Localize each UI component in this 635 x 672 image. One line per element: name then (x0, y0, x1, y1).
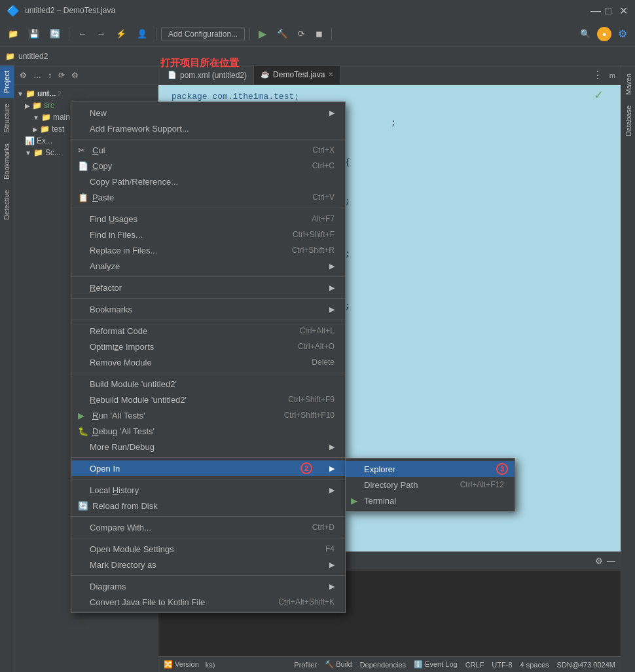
submenu-terminal[interactable]: ▶ Terminal (346, 493, 515, 508)
version-control-tab[interactable]: 🔀 Version (164, 660, 199, 669)
toolbar-save-icon[interactable]: 💾 (25, 27, 43, 41)
menu-compare-with[interactable]: Compare With... Ctrl+D (71, 519, 345, 535)
menu-debug-all-tests[interactable]: 🐛 Debug 'All Tests' (71, 423, 345, 439)
build-tab[interactable]: 🔨 Build (325, 660, 352, 669)
annotation-3: 3 (496, 463, 508, 475)
structure-tab[interactable]: Structure (0, 98, 14, 138)
indent-info[interactable]: 4 spaces (520, 661, 549, 669)
line-col-info: ks) (206, 661, 215, 669)
menu-rebuild-module[interactable]: Rebuild Module 'untitled2' Ctrl+Shift+F9 (71, 392, 345, 407)
bookmarks-arrow-icon: ▶ (329, 305, 335, 314)
profiler-tab[interactable]: Profiler (294, 661, 317, 669)
sep2 (71, 208, 345, 208)
build-button[interactable]: 🔨 (273, 27, 291, 41)
tab-demo-test[interactable]: ☕ DemoTest.java ✕ (254, 66, 340, 84)
reload-button[interactable]: ⟳ (294, 27, 309, 41)
sep10 (71, 538, 345, 538)
maximize-button[interactable]: □ (605, 6, 614, 15)
bottom-settings-icon[interactable]: ⚙ (595, 556, 603, 566)
project-tab[interactable]: Project (0, 65, 14, 98)
sep8 (71, 479, 345, 479)
panel-settings-icon[interactable]: ⚙ (69, 69, 81, 81)
menu-cut[interactable]: ✂ Cut Ctrl+X (71, 142, 345, 158)
bottom-close-icon[interactable]: — (607, 556, 615, 566)
search-everywhere-icon[interactable]: 🔍 (576, 27, 594, 41)
toolbar-folder-icon[interactable]: 📁 (4, 27, 22, 41)
status-bar-right: Profiler 🔨 Build Dependencies ℹ️ Event L… (294, 660, 615, 669)
menu-replace-in-files[interactable]: Replace in Files... Ctrl+Shift+R (71, 242, 345, 258)
menu-find-usages[interactable]: Find Usages Alt+F7 (71, 211, 345, 227)
menu-open-in[interactable]: Open In 2 ▶ Explorer 3 Directory Path Ct… (71, 460, 345, 476)
dependencies-tab[interactable]: Dependencies (360, 661, 406, 669)
menu-diagrams[interactable]: Diagrams ▶ (71, 578, 345, 594)
tab-pom-label: pom.xml (untitled2) (180, 71, 247, 80)
submenu-directory-path[interactable]: Directory Path Ctrl+Alt+F12 (346, 477, 515, 493)
menu-local-history[interactable]: Local History ▶ (71, 482, 345, 498)
help-icon[interactable]: ⚙ (614, 26, 631, 42)
tree-item-untitled2[interactable]: ▼ 📁 unt... 2 (14, 88, 158, 100)
menu-remove-module[interactable]: Remove Module Delete (71, 354, 345, 370)
stop-button[interactable]: ◼ (312, 27, 327, 41)
menu-convert-java[interactable]: Convert Java File to Kotlin File Ctrl+Al… (71, 594, 345, 610)
menu-find-in-files[interactable]: Find in Files... Ctrl+Shift+F (71, 227, 345, 242)
menu-new[interactable]: New ▶ (71, 105, 345, 121)
panel-expand-icon[interactable]: ↕ (45, 69, 54, 81)
bookmarks-tab[interactable]: Bookmarks (0, 138, 14, 185)
menu-reformat-code[interactable]: Reformat Code Ctrl+Alt+L (71, 323, 345, 339)
minimize-button[interactable]: — (590, 6, 600, 15)
submenu-explorer[interactable]: Explorer 3 (346, 461, 515, 477)
copy-icon: 📄 (78, 161, 88, 171)
sep4 (71, 298, 345, 299)
toolbar-profile-icon[interactable]: 👤 (133, 27, 151, 41)
toolbar-refresh-icon[interactable]: 🔄 (46, 27, 64, 41)
tooltip-annotation: 打开项目所在位置 (160, 57, 239, 69)
diagrams-arrow-icon: ▶ (329, 582, 335, 591)
toolbar-sep3 (249, 28, 250, 41)
refactor-arrow-icon: ▶ (329, 284, 335, 292)
tab-close-icon[interactable]: ✕ (328, 71, 333, 78)
line-ending[interactable]: CRLF (465, 661, 484, 669)
sep3 (71, 276, 345, 277)
encoding[interactable]: UTF-8 (492, 661, 512, 669)
menu-open-module-settings[interactable]: Open Module Settings F4 (71, 541, 345, 557)
menu-copy-path[interactable]: Copy Path/Reference... (71, 174, 345, 189)
run-button[interactable]: ▶ (255, 26, 270, 42)
tab-overflow-icon[interactable]: ⋮ (589, 69, 607, 81)
panel-collapse-icon[interactable]: … (31, 69, 44, 81)
menu-build-module[interactable]: Build Module 'untitled2' (71, 376, 345, 392)
menu-copy[interactable]: 📄 Copy Ctrl+C (71, 158, 345, 174)
panel-gear-icon[interactable]: ⚙ (17, 69, 29, 81)
database-sidebar-tab[interactable]: Database (623, 100, 634, 141)
menu-optimize-imports[interactable]: Optimize Imports Ctrl+Alt+O (71, 339, 345, 354)
event-log-tab[interactable]: ℹ️ Event Log (414, 660, 458, 669)
menu-bookmarks[interactable]: Bookmarks ▶ (71, 301, 345, 317)
sep6 (71, 373, 345, 373)
tab-demo-label: DemoTest.java (273, 70, 325, 79)
sep11 (71, 575, 345, 576)
menu-run-all-tests[interactable]: ▶ Run 'All Tests' Ctrl+Shift+F10 (71, 407, 345, 423)
menu-reload-from-disk[interactable]: 🔄 Reload from Disk (71, 498, 345, 513)
menu-mark-directory-as[interactable]: Mark Directory as ▶ (71, 557, 345, 572)
maven-tab-icon[interactable]: m (607, 71, 618, 79)
inspection-ok-icon: ✓ (594, 88, 604, 102)
profile-icon[interactable]: ● (597, 27, 611, 41)
annotation-2: 2 (300, 462, 312, 474)
menu-more-run-debug[interactable]: More Run/Debug ▶ (71, 439, 345, 455)
menu-refactor[interactable]: Refactor ▶ (71, 280, 345, 295)
context-menu: New ▶ Add Framework Support... ✂ Cut Ctr… (71, 102, 346, 613)
new-arrow-icon: ▶ (329, 109, 335, 117)
menu-analyze[interactable]: Analyze ▶ (71, 258, 345, 274)
toolbar-back-icon[interactable]: ← (74, 27, 90, 41)
maven-sidebar-tab[interactable]: Maven (623, 68, 634, 100)
panel-location-icon[interactable]: ⟳ (56, 69, 67, 81)
close-button[interactable]: ✕ (619, 6, 628, 15)
toolbar-nav-icon[interactable]: ⚡ (112, 27, 130, 41)
toolbar-forward-icon[interactable]: → (93, 27, 109, 41)
analyze-arrow-icon: ▶ (329, 262, 335, 271)
add-configuration-button[interactable]: Add Configuration... (161, 27, 245, 41)
sep5 (71, 320, 345, 320)
menu-add-framework[interactable]: Add Framework Support... (71, 121, 345, 136)
detective-tab[interactable]: Detective (0, 185, 14, 225)
right-sidebar: Maven Database (621, 65, 635, 672)
menu-paste[interactable]: 📋 Paste Ctrl+V (71, 189, 345, 205)
